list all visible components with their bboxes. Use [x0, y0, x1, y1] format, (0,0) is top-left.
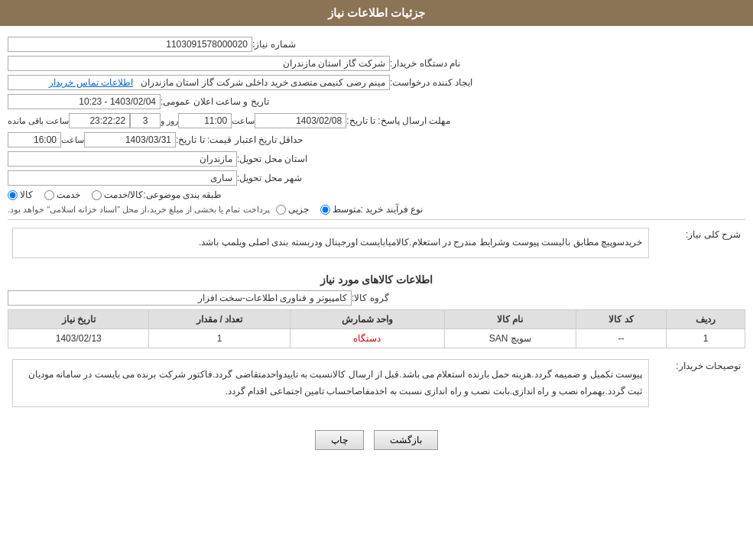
price-validity-time: 16:00	[8, 132, 61, 147]
col-header-product-name: نام کالا	[444, 309, 576, 329]
announce-date-row: تاریخ و ساعت اعلان عمومی: 1403/02/04 - 1…	[8, 94, 745, 109]
col-header-row-num: ردیف	[667, 309, 745, 329]
category-kala-khadamat-option[interactable]: کالا/خدمت	[92, 189, 143, 200]
category-kala-option[interactable]: کالا	[8, 189, 33, 200]
product-group-value: کامپیوتر و فناوری اطلاعات-سخت افزار	[8, 290, 352, 306]
reply-deadline-label: مهلت ارسال پاسخ: تا تاریخ:	[346, 115, 450, 126]
process-jozee-label: جزیی	[288, 204, 309, 215]
need-number-row: شماره نیاز: 1103091578000020	[8, 37, 745, 52]
product-group-row: گروه کالا: کامپیوتر و فناوری اطلاعات-سخت…	[8, 290, 745, 306]
need-number-label: شماره نیاز:	[252, 39, 296, 50]
need-number-value: 1103091578000020	[8, 37, 252, 52]
category-kala-khadamat-radio[interactable]	[92, 190, 102, 200]
requester-row: ایجاد کننده درخواست: مینم رضی کنیمی متصد…	[8, 75, 745, 90]
col-header-unit: واحد شمارش	[290, 309, 444, 329]
table-cell-quantity: 1	[149, 329, 290, 348]
reply-date-value: 1403/02/08	[255, 113, 346, 128]
process-radio-group: متوسط جزیی	[276, 204, 361, 215]
buyer-org-label: نام دستگاه خریدار:	[390, 58, 460, 69]
category-khadamat-label: خدمت	[57, 189, 80, 200]
reply-remaining-label: ساعت باقی مانده	[8, 116, 69, 126]
announce-date-label: تاریخ و ساعت اعلان عمومی:	[161, 96, 269, 107]
category-khadamat-option[interactable]: خدمت	[44, 189, 80, 200]
province-value: مازندران	[8, 151, 237, 167]
city-label: شهر محل تحویل:	[237, 173, 302, 183]
process-desc: پرداخت تمام یا بخشی از مبلغ خرید،از محل …	[8, 205, 270, 215]
price-validity-row: حداقل تاریخ اعتبار قیمت: تا تاریخ: 1403/…	[8, 132, 745, 147]
notes-text: پیوست تکمیل و ضمیمه گردد.هزینه حمل بارند…	[12, 359, 649, 408]
notes-table: توصیحات خریدار: پیوست تکمیل و ضمیمه گردد…	[8, 356, 745, 419]
city-value: ساری	[8, 170, 237, 186]
table-cell-unit: دستگاه	[290, 329, 444, 348]
category-label: طبقه بندی موضوعی:	[143, 189, 222, 200]
print-button[interactable]: چاپ	[315, 430, 364, 450]
process-jozee-radio[interactable]	[276, 205, 286, 215]
reply-time-label: ساعت	[232, 116, 255, 126]
reply-days-label: روز و	[161, 116, 178, 126]
process-mutawaset-radio[interactable]	[320, 205, 330, 215]
requester-value: مینم رضی کنیمی متصدی خرید داخلی شرکت گاز…	[8, 75, 390, 90]
table-cell-row_num: 1	[667, 329, 745, 348]
category-kala-khadamat-label: کالا/خدمت	[104, 189, 143, 200]
buyer-org-value: شرکت گاز استان مازندران	[8, 56, 390, 71]
page-container: جزئیات اطلاعات نیاز شماره نیاز: 11030915…	[0, 0, 753, 560]
city-row: شهر محل تحویل: ساری	[8, 170, 745, 186]
category-khadamat-radio[interactable]	[44, 190, 54, 200]
product-section-heading: اطلاعات کالاهای مورد نیاز	[8, 274, 745, 286]
category-row: طبقه بندی موضوعی: کالا/خدمت خدمت کالا	[8, 189, 745, 200]
notes-label: توصیحات خریدار:	[654, 356, 745, 419]
col-header-quantity: تعداد / مقدار	[149, 309, 290, 329]
price-validity-time-label: ساعت	[61, 135, 84, 145]
process-mutawaset-label: متوسط	[333, 204, 361, 215]
page-header: جزئیات اطلاعات نیاز	[0, 0, 753, 26]
product-group-label: گروه کالا:	[352, 293, 389, 303]
process-type-row: نوع فرآیند خرید : متوسط جزیی پرداخت تمام…	[8, 204, 745, 215]
requester-contact-link[interactable]: اطلاعات تماس خریدار	[49, 77, 133, 88]
description-text: خریدسوپیچ مطابق بالیست پیوست وشرایط مندر…	[12, 228, 649, 258]
table-row: 1--سویچ SANدستگاه11403/02/13	[8, 329, 745, 348]
process-type-label: نوع فرآیند خرید :	[361, 204, 423, 215]
reply-remaining-value: 23:22:22	[69, 113, 130, 128]
reply-deadline-row: مهلت ارسال پاسخ: تا تاریخ: 1403/02/08 سا…	[8, 113, 745, 128]
price-validity-date: 1403/03/31	[84, 132, 176, 147]
price-validity-label: حداقل تاریخ اعتبار قیمت: تا تاریخ:	[176, 134, 303, 145]
reply-days-value: 3	[130, 113, 161, 128]
table-cell-product_code: --	[576, 329, 667, 348]
process-mutawaset-option[interactable]: متوسط	[320, 204, 361, 215]
col-header-need-date: تاریخ نیاز	[8, 309, 149, 329]
table-cell-product_name: سویچ SAN	[444, 329, 576, 348]
back-button[interactable]: بازگشت	[374, 430, 438, 450]
buyer-org-row: نام دستگاه خریدار: شرکت گاز استان مازندر…	[8, 56, 745, 71]
category-radio-group: کالا/خدمت خدمت کالا	[8, 189, 143, 200]
product-table: ردیف کد کالا نام کالا واحد شمارش تعداد /…	[8, 309, 745, 348]
province-label: استان محل تحویل:	[237, 154, 307, 164]
category-kala-radio[interactable]	[8, 190, 18, 200]
description-table: شرح کلی نیاز: خریدسوپیچ مطابق بالیست پیو…	[8, 225, 745, 267]
process-jozee-option[interactable]: جزیی	[276, 204, 309, 215]
col-header-product-code: کد کالا	[576, 309, 667, 329]
requester-text: مینم رضی کنیمی متصدی خرید داخلی شرکت گاز…	[141, 77, 385, 88]
table-cell-need_date: 1403/02/13	[8, 329, 149, 348]
province-row: استان محل تحویل: مازندران	[8, 151, 745, 167]
category-kala-label: کالا	[20, 189, 33, 200]
page-title: جزئیات اطلاعات نیاز	[328, 6, 425, 19]
button-bar: بازگشت چاپ	[8, 422, 745, 458]
description-label: شرح کلی نیاز:	[654, 225, 745, 267]
requester-label: ایجاد کننده درخواست:	[390, 77, 472, 88]
main-content: شماره نیاز: 1103091578000020 نام دستگاه …	[0, 26, 753, 461]
announce-date-value: 1403/02/04 - 10:23	[8, 94, 161, 109]
reply-time-value: 11:00	[178, 113, 232, 128]
